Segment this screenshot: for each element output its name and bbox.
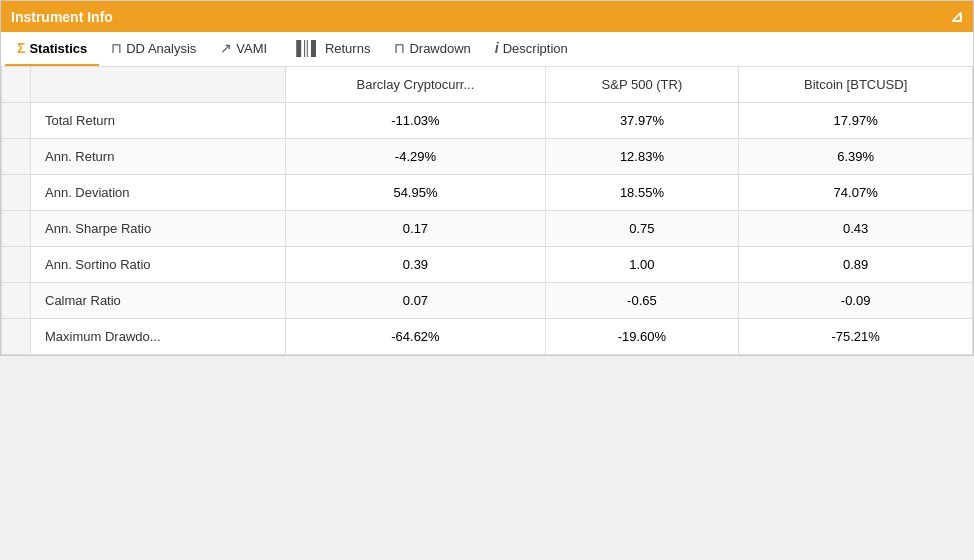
tab-statistics[interactable]: Σ Statistics xyxy=(5,32,99,66)
col-header-barclay: Barclay Cryptocurr... xyxy=(286,67,545,103)
tab-drawdown[interactable]: ⊓ Drawdown xyxy=(382,32,482,66)
cell-bitcoin: -0.09 xyxy=(739,283,973,319)
table-row: Ann. Sortino Ratio0.391.000.89 xyxy=(2,247,973,283)
tab-vami-label: VAMI xyxy=(236,41,267,56)
table-row: Maximum Drawdo...-64.62%-19.60%-75.21% xyxy=(2,319,973,355)
tab-statistics-label: Statistics xyxy=(29,41,87,56)
panel-title: Instrument Info xyxy=(11,9,113,25)
row-number xyxy=(2,175,31,211)
instrument-info-panel: Instrument Info ⊿ Σ Statistics ⊓ DD Anal… xyxy=(0,0,974,356)
table-row: Ann. Sharpe Ratio0.170.750.43 xyxy=(2,211,973,247)
cell-barclay: -11.03% xyxy=(286,103,545,139)
cell-barclay: 0.39 xyxy=(286,247,545,283)
metric-label: Ann. Sharpe Ratio xyxy=(31,211,286,247)
tab-description[interactable]: i Description xyxy=(483,32,580,66)
cell-sp500: 18.55% xyxy=(545,175,739,211)
cell-bitcoin: 0.89 xyxy=(739,247,973,283)
cell-barclay: 0.07 xyxy=(286,283,545,319)
metric-label: Total Return xyxy=(31,103,286,139)
col-header-rownum xyxy=(2,67,31,103)
cell-bitcoin: 6.39% xyxy=(739,139,973,175)
tab-drawdown-label: Drawdown xyxy=(409,41,470,56)
metric-label: Calmar Ratio xyxy=(31,283,286,319)
statistics-icon: Σ xyxy=(17,40,25,56)
cell-barclay: -64.62% xyxy=(286,319,545,355)
cell-bitcoin: 74.07% xyxy=(739,175,973,211)
cell-sp500: -19.60% xyxy=(545,319,739,355)
tab-dd-analysis[interactable]: ⊓ DD Analysis xyxy=(99,32,208,66)
table-row: Total Return-11.03%37.97%17.97% xyxy=(2,103,973,139)
col-header-metric xyxy=(31,67,286,103)
row-number xyxy=(2,283,31,319)
tab-description-label: Description xyxy=(503,41,568,56)
col-header-bitcoin: Bitcoin [BTCUSD] xyxy=(739,67,973,103)
vami-icon: ↗ xyxy=(220,40,232,56)
pin-icon[interactable]: ⊿ xyxy=(950,7,963,26)
cell-bitcoin: -75.21% xyxy=(739,319,973,355)
cell-bitcoin: 0.43 xyxy=(739,211,973,247)
tab-vami[interactable]: ↗ VAMI xyxy=(208,32,279,66)
returns-icon: ▐║▌ xyxy=(291,40,321,56)
metric-label: Ann. Deviation xyxy=(31,175,286,211)
col-header-sp500: S&P 500 (TR) xyxy=(545,67,739,103)
cell-bitcoin: 17.97% xyxy=(739,103,973,139)
row-number xyxy=(2,319,31,355)
tab-bar: Σ Statistics ⊓ DD Analysis ↗ VAMI ▐║▌ Re… xyxy=(1,32,973,67)
cell-barclay: -4.29% xyxy=(286,139,545,175)
table-row: Ann. Deviation54.95%18.55%74.07% xyxy=(2,175,973,211)
cell-sp500: 37.97% xyxy=(545,103,739,139)
metric-label: Ann. Sortino Ratio xyxy=(31,247,286,283)
table-row: Calmar Ratio0.07-0.65-0.09 xyxy=(2,283,973,319)
cell-sp500: 0.75 xyxy=(545,211,739,247)
cell-barclay: 54.95% xyxy=(286,175,545,211)
table-row: Ann. Return-4.29%12.83%6.39% xyxy=(2,139,973,175)
cell-sp500: 1.00 xyxy=(545,247,739,283)
metric-label: Maximum Drawdo... xyxy=(31,319,286,355)
drawdown-icon: ⊓ xyxy=(394,40,405,56)
row-number xyxy=(2,103,31,139)
row-number xyxy=(2,139,31,175)
tab-returns-label: Returns xyxy=(325,41,371,56)
panel-header: Instrument Info ⊿ xyxy=(1,1,973,32)
statistics-table: Barclay Cryptocurr... S&P 500 (TR) Bitco… xyxy=(1,67,973,355)
tab-dd-analysis-label: DD Analysis xyxy=(126,41,196,56)
row-number xyxy=(2,247,31,283)
cell-sp500: 12.83% xyxy=(545,139,739,175)
tab-returns[interactable]: ▐║▌ Returns xyxy=(279,32,382,66)
row-number xyxy=(2,211,31,247)
cell-barclay: 0.17 xyxy=(286,211,545,247)
dd-analysis-icon: ⊓ xyxy=(111,40,122,56)
metric-label: Ann. Return xyxy=(31,139,286,175)
description-icon: i xyxy=(495,40,499,56)
cell-sp500: -0.65 xyxy=(545,283,739,319)
